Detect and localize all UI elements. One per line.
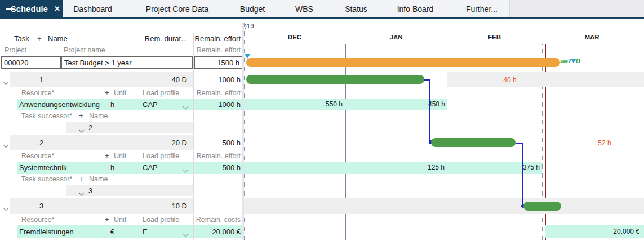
- task-row-2[interactable]: 2 20 D 500 h: [0, 135, 244, 150]
- task-table: Task + Name Rem. durat... Remain. effort…: [0, 19, 244, 240]
- task-id: 2: [39, 139, 43, 147]
- month-label-mar: MAR: [542, 34, 642, 42]
- dropdown-chevron-icon[interactable]: [184, 165, 188, 174]
- year-label: )19: [245, 23, 254, 29]
- col-task: Task: [14, 34, 29, 43]
- resource-row-3[interactable]: Fremdleistungen € E 20.000 €: [0, 225, 244, 238]
- rem-costs-header: Remain. costs: [196, 216, 241, 224]
- resource-name: Systemtechnik: [19, 163, 67, 172]
- add-successor-button[interactable]: +: [79, 112, 83, 120]
- project-name-header: Project name: [64, 46, 105, 54]
- resource-row-2[interactable]: Systemtechnik h CAP 500 h: [0, 162, 244, 174]
- task-row-3[interactable]: 3 10 D: [0, 198, 244, 214]
- project-header-row: Project Project name Remain. effort: [0, 45, 244, 56]
- month-label-feb: FEB: [447, 34, 542, 42]
- add-task-button[interactable]: +: [37, 34, 42, 43]
- resource-header-row: Resource* + Unit Load profile Remain. co…: [0, 214, 244, 225]
- tab-bar: Schedule ✕ Dashboard Project Core Data B…: [0, 0, 644, 17]
- active-tab-label: Schedule: [11, 5, 48, 14]
- task3-gantt-bar[interactable]: [523, 202, 561, 211]
- task-duration: 40 D: [172, 75, 187, 84]
- resource-header-row: Resource* + Unit Load profile Remain. ef…: [0, 87, 244, 99]
- task-row-band: [10, 135, 194, 150]
- project-row: 000020 Test Budget > 1 year 1500 h: [0, 56, 244, 69]
- tab-project-core-data[interactable]: Project Core Data: [122, 0, 232, 17]
- resource-row-1[interactable]: Anwendungsentwicklung h CAP 1000 h: [0, 99, 244, 110]
- task-duration: 10 D: [172, 202, 187, 210]
- tab-label: Dashboard: [73, 5, 112, 14]
- tab-budget[interactable]: Budget: [232, 0, 273, 17]
- project-id-header: Project: [5, 46, 26, 54]
- project-id-field[interactable]: 000020: [1, 56, 61, 69]
- rem-effort-header: Remain. effort: [197, 152, 241, 160]
- col-name: Name: [48, 34, 68, 43]
- task2-gantt-bar[interactable]: [431, 138, 516, 147]
- tab-info-board[interactable]: Info Board: [376, 0, 454, 17]
- unit-header: Unit: [114, 216, 126, 224]
- dropdown-chevron-icon[interactable]: [79, 125, 83, 134]
- collapse-chevron-icon[interactable]: [4, 140, 8, 149]
- successor-header: Task successor*: [21, 175, 72, 183]
- task1-gantt-band: [447, 72, 644, 87]
- task-row-band: [10, 198, 194, 214]
- tabbar-filler: [509, 0, 644, 17]
- project-buffer-indicator: ››››››› 7 D: [560, 57, 580, 65]
- month-label-jan: JAN: [345, 34, 447, 42]
- successor-header-row: Task successor* + Name: [0, 174, 244, 185]
- task1-gantt-bar[interactable]: [246, 75, 424, 84]
- tab-status[interactable]: Status: [336, 0, 376, 17]
- close-icon[interactable]: ✕: [54, 5, 60, 13]
- buffer-arrows-icon: ›››››››: [560, 58, 567, 64]
- dropdown-chevron-icon[interactable]: [184, 102, 188, 110]
- tab-wbs[interactable]: WBS: [273, 0, 336, 17]
- resource-value: 1000 h: [218, 100, 241, 109]
- task-id: 3: [39, 202, 43, 210]
- schedule-app: Schedule ✕ Dashboard Project Core Data B…: [0, 0, 644, 240]
- add-resource-button[interactable]: +: [105, 152, 109, 160]
- dropdown-chevron-icon[interactable]: [184, 229, 188, 238]
- col-rem-effort: Remain. effort: [195, 34, 241, 43]
- tab-further[interactable]: Further...: [454, 0, 509, 17]
- task-row-1[interactable]: 1 40 D 1000 h: [0, 72, 244, 87]
- load-profile-header: Load profile: [143, 152, 179, 160]
- resource1-dec-value: 550 h: [297, 100, 343, 108]
- successor-name-header: Name: [89, 112, 108, 120]
- col-rem-duration: Rem. durat...: [145, 34, 187, 43]
- successor-row-2[interactable]: 3: [0, 185, 244, 196]
- successor-header-row: Task successor* + Name: [0, 110, 244, 122]
- project-effort-header: Remain. effort: [197, 46, 241, 54]
- tab-dashboard[interactable]: Dashboard: [63, 0, 122, 17]
- add-successor-button[interactable]: +: [79, 175, 83, 183]
- project-gantt-bar[interactable]: [246, 58, 560, 67]
- buffer-unit: D: [576, 57, 580, 64]
- task-row-band: [10, 72, 194, 87]
- tab-label: Status: [345, 5, 367, 14]
- tab-schedule[interactable]: Schedule ✕: [0, 0, 63, 17]
- dependency-connector-1-2: [424, 79, 430, 143]
- add-resource-button[interactable]: +: [105, 215, 109, 224]
- resource3-costs-value: 20.000 €: [583, 228, 639, 235]
- collapse-chevron-icon[interactable]: [4, 77, 8, 86]
- resource-header: Resource*: [21, 152, 54, 160]
- resource-name: Anwendungsentwicklung: [19, 100, 100, 109]
- successor-id: 3: [88, 186, 92, 195]
- resource-header: Resource*: [21, 89, 54, 97]
- task1-overload-label: 40 h: [487, 76, 532, 84]
- resource-load-profile: CAP: [143, 163, 158, 172]
- dropdown-chevron-icon[interactable]: [79, 188, 83, 197]
- resource-header: Resource*: [21, 216, 54, 224]
- task-duration: 20 D: [172, 139, 187, 147]
- successor-row-1[interactable]: 2: [0, 122, 244, 133]
- tab-label: WBS: [295, 5, 313, 14]
- collapse-chevron-icon[interactable]: [4, 203, 8, 212]
- successor-row-band: [66, 185, 194, 196]
- gantt-chart: )19 DEC JAN FEB MAR ››››››› 7 D 40 h 52 …: [244, 19, 644, 240]
- project-effort-field[interactable]: 1500 h: [194, 56, 242, 69]
- resource-value: 20.000 €: [212, 228, 241, 236]
- project-name-field[interactable]: Test Budget > 1 year: [61, 56, 193, 69]
- add-resource-button[interactable]: +: [105, 88, 109, 97]
- tab-label: Info Board: [397, 5, 434, 14]
- task3-gantt-band: [244, 198, 644, 214]
- resource-unit: €: [110, 228, 114, 236]
- load-profile-header: Load profile: [143, 216, 179, 224]
